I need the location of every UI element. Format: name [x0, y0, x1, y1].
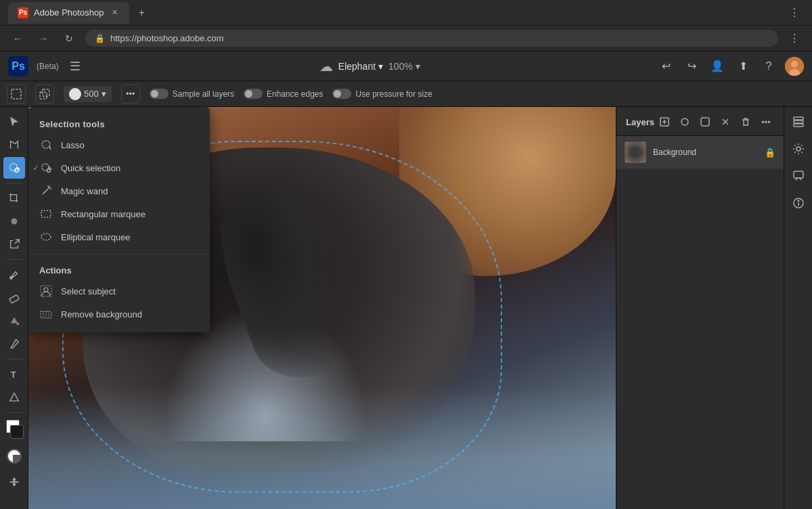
comments-btn[interactable] — [788, 165, 809, 187]
svg-text:T: T — [10, 370, 16, 380]
app-title-area: ☁ Elephant ▾ 100% ▾ — [91, 58, 648, 74]
text-tool[interactable]: T — [3, 363, 25, 385]
profile-icon[interactable]: 👤 — [708, 57, 727, 76]
app-bar-actions: ↩ ↪ 👤 ⬆ ? — [656, 57, 804, 76]
enhance-edges-toggle[interactable]: Enhance edges — [244, 89, 323, 99]
layer-lock-icon: 🔒 — [765, 148, 775, 158]
dropdown-item-magic-wand[interactable]: Magic wand — [28, 179, 210, 202]
properties-panel-btn[interactable] — [788, 138, 809, 160]
crop-tool[interactable] — [3, 187, 25, 209]
share-button[interactable]: ⬆ — [734, 57, 752, 76]
svg-marker-16 — [12, 478, 16, 481]
svg-point-37 — [681, 118, 688, 125]
pressure-size-toggle[interactable]: Use pressure for size — [332, 89, 432, 99]
add-selection-btn[interactable] — [35, 85, 54, 104]
refresh-button[interactable]: ↻ — [60, 29, 78, 48]
quick-selection-tool[interactable] — [3, 157, 25, 179]
right-edge-panel — [784, 107, 812, 509]
pressure-switch[interactable] — [332, 89, 351, 99]
browser-options-button[interactable]: ⋮ — [785, 29, 804, 48]
help-button[interactable]: ? — [759, 57, 778, 76]
divider-2 — [6, 259, 22, 260]
zoom-control[interactable]: 100% ▾ — [388, 61, 420, 72]
svg-rect-11 — [9, 295, 19, 304]
layer-mask-button[interactable] — [677, 114, 693, 130]
actions-title: Actions — [28, 260, 210, 280]
polygon-lasso-tool[interactable] — [3, 134, 25, 156]
left-toolbar: T — [0, 107, 28, 509]
move-tool[interactable] — [3, 111, 25, 133]
svg-rect-41 — [794, 124, 803, 127]
remove-bg-icon — [39, 307, 53, 321]
shapes-tool[interactable] — [3, 386, 25, 408]
eraser-tool[interactable] — [3, 287, 25, 309]
browser-menu-button[interactable]: ⋮ — [785, 3, 804, 22]
info-btn[interactable] — [788, 192, 809, 214]
svg-rect-43 — [794, 171, 803, 178]
arrange-tool[interactable] — [3, 471, 25, 493]
undo-button[interactable]: ↩ — [656, 57, 675, 76]
color-swatch[interactable] — [5, 420, 24, 439]
layer-more-button[interactable]: ••• — [758, 114, 774, 130]
app-bar: Ps (Beta) ☰ ☁ Elephant ▾ 100% ▾ ↩ ↪ 👤 ⬆ … — [0, 51, 812, 81]
tab-close-button[interactable]: ✕ — [109, 7, 120, 18]
background-color[interactable] — [10, 425, 24, 439]
back-button[interactable]: ← — [8, 29, 27, 48]
paint-bucket-tool[interactable] — [3, 310, 25, 332]
layer-adjustment-button[interactable] — [717, 114, 734, 130]
dropdown-item-select-subject[interactable]: Select subject — [28, 280, 210, 303]
browser-navbar: ← → ↻ 🔒 https://photoshop.adobe.com ⋮ — [0, 26, 812, 51]
new-selection-btn[interactable] — [7, 85, 26, 104]
avatar[interactable] — [785, 57, 804, 76]
options-bar: 500 ▾ ••• Sample all layers Enhance edge… — [0, 81, 812, 107]
brush-tool[interactable] — [3, 264, 25, 286]
add-layer-button[interactable] — [656, 114, 673, 130]
lasso-icon — [39, 138, 53, 152]
hamburger-menu[interactable]: ☰ — [67, 56, 83, 76]
document-name[interactable]: Elephant ▾ — [338, 61, 383, 72]
svg-point-10 — [9, 277, 12, 280]
enhance-edges-switch[interactable] — [244, 89, 263, 99]
redo-button[interactable]: ↪ — [682, 57, 701, 76]
quick-selection-label: Quick selection — [61, 163, 120, 173]
forward-button[interactable]: → — [34, 29, 53, 48]
svg-point-9 — [11, 219, 17, 225]
dropdown-item-quick-selection[interactable]: ✓ Quick selection — [28, 156, 210, 179]
brush-dropdown-arrow: ▾ — [102, 89, 106, 99]
dropdown-item-ellip-marquee[interactable]: Elliptical marquee — [28, 225, 210, 248]
svg-point-1 — [791, 61, 798, 68]
sample-all-switch[interactable] — [150, 89, 168, 99]
heal-tool[interactable] — [3, 211, 25, 232]
svg-rect-39 — [794, 117, 803, 120]
dropdown-item-lasso[interactable]: Lasso — [28, 133, 210, 156]
divider-4 — [6, 412, 22, 413]
browser-titlebar: Ps Adobe Photoshop ✕ + ⋮ — [0, 0, 812, 26]
secure-icon: 🔒 — [95, 34, 105, 43]
address-bar[interactable]: 🔒 https://photoshop.adobe.com — [85, 30, 778, 47]
more-options-btn[interactable]: ••• — [121, 85, 140, 104]
dropdown-section-title: Selection tools — [28, 114, 210, 133]
cloud-icon: ☁ — [319, 58, 333, 74]
tab-favicon: Ps — [18, 7, 28, 18]
quick-mask-tool[interactable] — [3, 445, 25, 467]
beta-label: (Beta) — [37, 62, 59, 71]
sample-all-label: Sample all layers — [173, 89, 234, 99]
sample-all-layers-toggle[interactable]: Sample all layers — [150, 89, 234, 99]
layer-effect-button[interactable] — [697, 114, 713, 130]
magic-wand-label: Magic wand — [61, 186, 108, 196]
dropdown-item-remove-bg[interactable]: Remove background — [28, 303, 210, 326]
svg-rect-38 — [701, 118, 709, 126]
active-tab[interactable]: Ps Adobe Photoshop ✕ — [8, 2, 129, 24]
dropdown-item-rect-marquee[interactable]: Rectangular marquee — [28, 202, 210, 225]
brush-size-control[interactable]: 500 ▾ — [64, 86, 112, 102]
background-layer[interactable]: Background 🔒 — [616, 136, 784, 169]
tab-bar: Ps Adobe Photoshop ✕ + — [8, 2, 780, 24]
clone-tool[interactable] — [3, 234, 25, 255]
new-tab-button[interactable]: + — [132, 3, 151, 22]
layers-panel-btn[interactable] — [788, 111, 809, 133]
layers-title: Layers — [626, 117, 654, 127]
svg-point-20 — [47, 169, 51, 173]
eyedropper-tool[interactable] — [3, 333, 25, 355]
check-mark: ✓ — [32, 163, 39, 173]
delete-layer-button[interactable] — [738, 114, 754, 130]
